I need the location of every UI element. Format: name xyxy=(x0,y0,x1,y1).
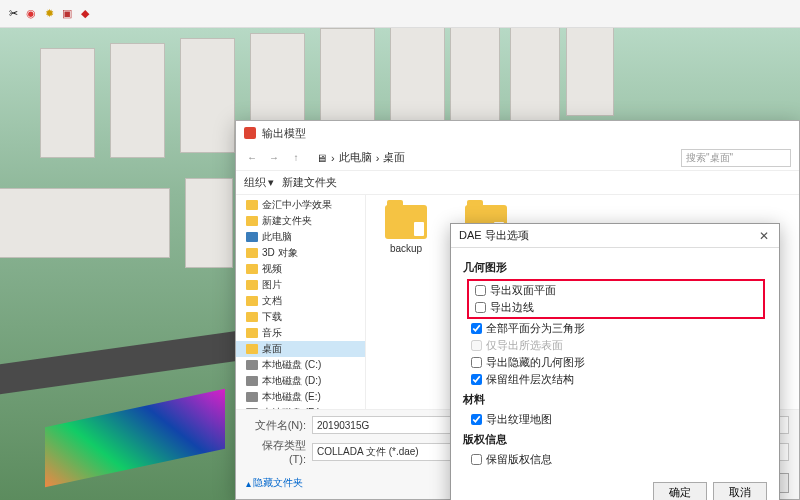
opt-hidden-geom[interactable]: 导出隐藏的几何图形 xyxy=(465,354,765,371)
opt-textures[interactable]: 导出纹理地图 xyxy=(465,411,765,428)
chevron-down-icon: ▾ xyxy=(268,176,274,189)
pc-icon xyxy=(246,232,258,242)
nav-back-icon[interactable]: ← xyxy=(244,150,260,166)
section-geometry: 几何图形 xyxy=(463,260,765,275)
tree-node[interactable]: 图片 xyxy=(236,277,365,293)
cancel-button-opts[interactable]: 取消 xyxy=(713,482,767,500)
nav-fwd-icon[interactable]: → xyxy=(266,150,282,166)
main-toolbar: ✂ ◉ ✹ ▣ ◆ xyxy=(0,0,800,28)
tree-node[interactable]: 本地磁盘 (D:) xyxy=(236,373,365,389)
close-icon[interactable]: ✕ xyxy=(757,229,771,243)
dialog-nav: ← → ↑ 🖥 › 此电脑 › 桌面 搜索"桌面" xyxy=(236,145,799,171)
new-folder-button[interactable]: 新建文件夹 xyxy=(282,175,337,190)
section-credits: 版权信息 xyxy=(463,432,765,447)
gift-icon[interactable]: ▣ xyxy=(60,7,74,21)
folder-icon xyxy=(246,312,258,322)
folder-icon xyxy=(246,280,258,290)
tree-node[interactable]: 下载 xyxy=(236,309,365,325)
folder-icon xyxy=(246,296,258,306)
disk-icon xyxy=(246,392,258,402)
options-titlebar: DAE 导出选项 ✕ xyxy=(451,224,779,248)
opt-credits[interactable]: 保留版权信息 xyxy=(465,451,765,468)
tree-node[interactable]: 金汇中小学效果 xyxy=(236,197,365,213)
dae-options-dialog: DAE 导出选项 ✕ 几何图形 导出双面平面 导出边线 全部平面分为三角形 仅导… xyxy=(450,223,780,500)
pc-icon: 🖥 xyxy=(316,152,327,164)
dialog-titlebar: 输出模型 xyxy=(236,121,799,145)
folder-icon xyxy=(246,216,258,226)
filename-label: 文件名(N): xyxy=(246,418,306,433)
ok-button[interactable]: 确定 xyxy=(653,482,707,500)
tree-node[interactable]: 本地磁盘 (E:) xyxy=(236,389,365,405)
tree-node[interactable]: 桌面 xyxy=(236,341,365,357)
organize-button[interactable]: 组织 ▾ xyxy=(244,175,274,190)
app-icon xyxy=(244,127,256,139)
lamp-icon[interactable]: ✹ xyxy=(42,7,56,21)
gem-icon[interactable]: ◆ xyxy=(78,7,92,21)
section-materials: 材料 xyxy=(463,392,765,407)
tree-node[interactable]: 此电脑 xyxy=(236,229,365,245)
tree-node[interactable]: 3D 对象 xyxy=(236,245,365,261)
folder-icon xyxy=(246,248,258,258)
opt-triangulate[interactable]: 全部平面分为三角形 xyxy=(465,320,765,337)
nav-up-icon[interactable]: ↑ xyxy=(288,150,304,166)
folder-icon xyxy=(385,205,427,239)
folder-icon xyxy=(246,200,258,210)
disk-icon xyxy=(246,376,258,386)
tree-node[interactable]: 视频 xyxy=(236,261,365,277)
options-title: DAE 导出选项 xyxy=(459,228,529,243)
opt-selection-only: 仅导出所选表面 xyxy=(465,337,765,354)
folder-icon xyxy=(246,328,258,338)
hide-folders-link[interactable]: ▴ 隐藏文件夹 xyxy=(246,476,303,490)
opt-two-sided[interactable]: 导出双面平面 xyxy=(469,282,763,299)
opt-edges[interactable]: 导出边线 xyxy=(469,299,763,316)
tree-node[interactable]: 音乐 xyxy=(236,325,365,341)
tree-node[interactable]: 文档 xyxy=(236,293,365,309)
disk-icon xyxy=(246,360,258,370)
file-item[interactable]: backup xyxy=(376,205,436,254)
tree-node[interactable]: 新建文件夹 xyxy=(236,213,365,229)
folder-icon xyxy=(246,344,258,354)
highlighted-region: 导出双面平面 导出边线 xyxy=(467,279,765,319)
search-input[interactable]: 搜索"桌面" xyxy=(681,149,791,167)
filetype-label: 保存类型(T): xyxy=(246,438,306,465)
tree-node[interactable]: 本地磁盘 (C:) xyxy=(236,357,365,373)
sphere-icon[interactable]: ◉ xyxy=(24,7,38,21)
dialog-toolbar: 组织 ▾ 新建文件夹 xyxy=(236,171,799,195)
folder-tree[interactable]: 金汇中小学效果新建文件夹此电脑3D 对象视频图片文档下载音乐桌面本地磁盘 (C:… xyxy=(236,195,366,409)
dialog-title: 输出模型 xyxy=(262,126,306,141)
folder-icon xyxy=(246,264,258,274)
breadcrumb[interactable]: 🖥 › 此电脑 › 桌面 xyxy=(310,150,675,165)
opt-hierarchy[interactable]: 保留组件层次结构 xyxy=(465,371,765,388)
scissors-icon[interactable]: ✂ xyxy=(6,7,20,21)
